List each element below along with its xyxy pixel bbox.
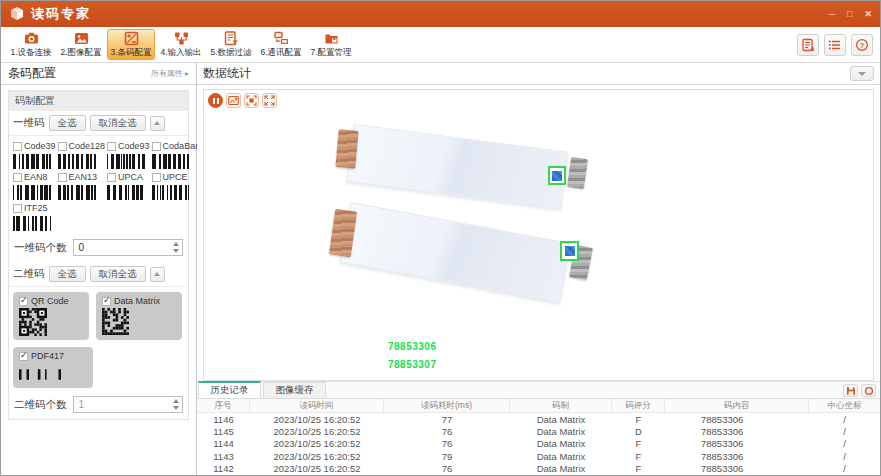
code-name: Code93: [118, 141, 150, 151]
oned-count-spinner[interactable]: 0: [73, 239, 184, 256]
report-button[interactable]: [797, 34, 819, 56]
tab-history[interactable]: 历史记录: [198, 381, 261, 398]
oned-code-code128[interactable]: Code128: [58, 141, 106, 169]
code-name: Code39: [24, 141, 56, 151]
pause-button[interactable]: [208, 93, 223, 108]
toolbar-step-5[interactable]: 5.数据过滤: [207, 29, 255, 60]
right-panel-title: 数据统计: [203, 65, 251, 82]
checkbox[interactable]: [19, 297, 28, 306]
oned-code-upce[interactable]: UPCE: [152, 172, 199, 200]
decoded-result-text-1: 78853306: [388, 341, 437, 352]
checkbox[interactable]: [102, 297, 111, 306]
tab-image-cache[interactable]: 图像缓存: [263, 382, 326, 398]
code-name: ITF25: [24, 203, 48, 213]
checkbox[interactable]: [107, 173, 116, 182]
oned-code-code39[interactable]: Code39: [13, 141, 56, 169]
oned-code-upca[interactable]: UPCA: [107, 172, 150, 200]
twod-collapse-button[interactable]: [150, 267, 165, 282]
image-icon: [74, 31, 89, 46]
table-row[interactable]: 11442023/10/25 16:20:5276Data MatrixF788…: [197, 438, 880, 450]
help-button[interactable]: ?: [851, 34, 873, 56]
checkbox[interactable]: [152, 173, 161, 182]
cell: Data Matrix: [510, 438, 612, 450]
toolbar-step-label: 2.图像配置: [60, 47, 101, 59]
save-button[interactable]: [843, 384, 858, 397]
close-button[interactable]: ✕: [864, 10, 872, 19]
oned-collapse-button[interactable]: [150, 116, 165, 131]
table-row[interactable]: 11432023/10/25 16:20:5279Data MatrixF788…: [197, 450, 880, 462]
twod-code-qr[interactable]: QR Code: [13, 292, 89, 340]
checkbox[interactable]: [58, 142, 67, 151]
code-system-section-header: 码制配置: [9, 91, 188, 111]
cell: 1146: [197, 413, 250, 425]
camera-icon: [24, 31, 39, 46]
cell: 2023/10/25 16:20:52: [250, 438, 384, 450]
column-header-0[interactable]: 序号: [197, 399, 250, 412]
twod-select-all-button[interactable]: 全选: [49, 266, 86, 282]
table-row[interactable]: 11462023/10/25 16:20:5277Data MatrixF788…: [197, 413, 880, 425]
image-discard-button[interactable]: [226, 93, 241, 108]
copper-foil-tab-1: [335, 129, 358, 169]
barcode-sample-image: [19, 363, 87, 384]
checkbox[interactable]: [58, 173, 67, 182]
fit-view-button[interactable]: [244, 93, 259, 108]
barcode-config-icon: [124, 31, 139, 46]
cell: 77: [384, 413, 510, 425]
checkbox[interactable]: [13, 142, 22, 151]
checkbox[interactable]: [107, 142, 116, 151]
column-header-3[interactable]: 码制: [510, 399, 612, 412]
checkbox[interactable]: [13, 173, 22, 182]
toolbar-step-4[interactable]: 4.输入输出: [157, 29, 205, 60]
table-row[interactable]: 11452023/10/25 16:20:5276Data MatrixD788…: [197, 425, 880, 437]
column-header-5[interactable]: 码内容: [665, 399, 809, 412]
twod-label: 二维码: [13, 267, 45, 281]
toolbar-step-3[interactable]: 3.条码配置: [107, 29, 155, 60]
refresh-button[interactable]: [861, 384, 876, 397]
oned-code-ean13[interactable]: EAN13: [58, 172, 106, 200]
checkbox[interactable]: [13, 204, 22, 213]
cell: 2023/10/25 16:20:52: [250, 463, 384, 475]
column-header-1[interactable]: 读码时间: [250, 399, 384, 412]
twod-code-dm[interactable]: Data Matrix: [96, 292, 182, 340]
history-table[interactable]: 序号读码时间读码耗时(ms)码制码评分码内容中心坐标 11462023/10/2…: [197, 399, 880, 476]
oned-deselect-all-button[interactable]: 取消全选: [90, 115, 146, 131]
oned-select-all-button[interactable]: 全选: [49, 115, 86, 131]
column-header-4[interactable]: 码评分: [612, 399, 665, 412]
toolbar-step-6[interactable]: 6.通讯配置: [257, 29, 305, 60]
cell: F: [612, 438, 665, 450]
checkbox[interactable]: [152, 142, 161, 151]
fullscreen-button[interactable]: [262, 93, 277, 108]
oned-code-codabar[interactable]: CodaBar: [152, 141, 199, 169]
twod-code-pdf[interactable]: PDF417: [13, 347, 93, 388]
toolbar-step-7[interactable]: 7.配置管理: [307, 29, 355, 60]
toolbar-step-label: 4.输入输出: [160, 47, 201, 59]
list-button[interactable]: [824, 34, 846, 56]
image-viewer[interactable]: 78853306 78853307: [203, 89, 874, 381]
cell: F: [612, 463, 665, 475]
toolbar-step-2[interactable]: 2.图像配置: [57, 29, 105, 60]
barcode-sample-image: [13, 154, 51, 169]
twod-deselect-all-button[interactable]: 取消全选: [90, 266, 146, 282]
column-header-6[interactable]: 中心坐标: [809, 399, 880, 412]
twod-count-spinner[interactable]: 1: [73, 396, 184, 413]
barcode-sample-image: [19, 308, 83, 336]
checkbox[interactable]: [19, 352, 28, 361]
oned-code-itf25[interactable]: ITF25: [13, 203, 56, 231]
history-section: 历史记录 图像缓存: [197, 381, 880, 476]
table-row[interactable]: 11422023/10/25 16:20:5276Data MatrixF788…: [197, 463, 880, 475]
panel-dropdown-button[interactable]: [850, 66, 874, 81]
oned-code-code93[interactable]: Code93: [107, 141, 150, 169]
toolbar-step-1[interactable]: 1.设备连接: [7, 29, 55, 60]
cell: 78853306: [665, 413, 809, 425]
cell: 78853306: [665, 425, 809, 437]
save-icon: [846, 386, 856, 396]
cell: /: [809, 463, 880, 475]
minimize-button[interactable]: ─: [829, 10, 835, 19]
maximize-button[interactable]: □: [847, 10, 852, 19]
oned-code-ean8[interactable]: EAN8: [13, 172, 56, 200]
column-header-2[interactable]: 读码耗时(ms): [384, 399, 510, 412]
cell: 1145: [197, 425, 250, 437]
all-properties-link[interactable]: 所有属性 ▸: [151, 68, 189, 79]
oned-count-label: 一维码个数: [14, 241, 67, 255]
cell: Data Matrix: [510, 413, 612, 425]
